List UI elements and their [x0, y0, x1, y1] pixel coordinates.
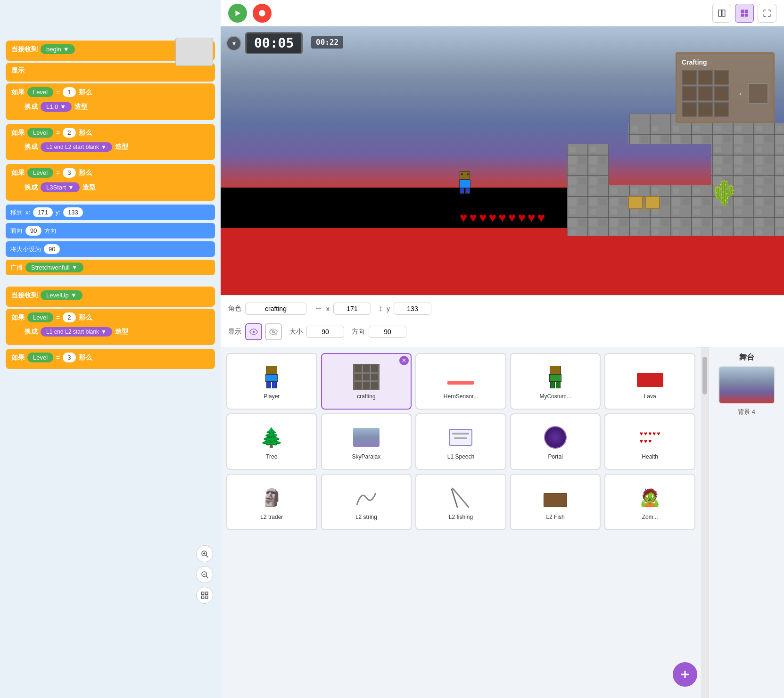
- in-game-crafting-panel: Crafting →: [676, 52, 775, 123]
- val-lu3[interactable]: 3: [63, 353, 75, 362]
- left-panel: 当接收到 begin ▼ 显示 如果 Level = 1 那么: [0, 0, 221, 698]
- y-field: ↕ y: [379, 303, 431, 315]
- stage-thumbnail[interactable]: [718, 366, 775, 404]
- sprite-item-skyparalax[interactable]: SkyParalax: [321, 413, 412, 470]
- sprite-item-l2trader[interactable]: 🗿 L2 trader: [226, 474, 317, 530]
- l1speech-thumb: [446, 423, 475, 452]
- game-area: 🌵 ▾ 00:05 00:22 Crafting: [221, 26, 784, 295]
- stop-button[interactable]: [253, 4, 272, 23]
- scrollbar-thumb[interactable]: [702, 357, 707, 394]
- costume-l10[interactable]: L1,0 ▼: [41, 102, 72, 112]
- costume-lu-l1end[interactable]: L1 end L2 start blank ▼: [41, 327, 112, 337]
- crafting-grid: →: [682, 70, 768, 117]
- levelup-value[interactable]: LevelUp ▼: [41, 290, 83, 300]
- direction-input[interactable]: [369, 326, 406, 338]
- begin-value[interactable]: begin ▼: [41, 44, 75, 54]
- x-val[interactable]: 171: [33, 207, 53, 217]
- sprite-item-tree[interactable]: 🌲 Tree: [226, 413, 317, 470]
- sprite-name-input[interactable]: [245, 303, 306, 315]
- zoom-out-btn[interactable]: [196, 566, 213, 583]
- sprite-item-l1speech[interactable]: L1 Speech: [415, 413, 506, 470]
- block-size[interactable]: 将大小设为 90: [6, 241, 215, 257]
- sprite-item-lava[interactable]: Lava: [604, 353, 695, 410]
- sprite-item-l2fish[interactable]: L2 Fish: [510, 474, 601, 530]
- show-btn[interactable]: [245, 323, 262, 340]
- val-1[interactable]: 1: [63, 87, 75, 97]
- heart-6: ♥: [508, 210, 516, 225]
- herosensor-thumb: [446, 363, 475, 391]
- zoom-in-btn[interactable]: [196, 545, 213, 562]
- layout-btn-2[interactable]: [735, 4, 754, 23]
- l2string-name: L2 string: [355, 514, 377, 520]
- hide-btn[interactable]: [265, 323, 282, 340]
- face-dir-val[interactable]: 90: [25, 226, 41, 236]
- sprite-item-zombie[interactable]: 🧟 Zom...: [604, 474, 695, 530]
- player-legs: [457, 188, 472, 194]
- delete-crafting-btn[interactable]: ✕: [399, 356, 409, 365]
- block-if-levelup-3[interactable]: 如果 Level = 3 那么: [6, 349, 215, 369]
- block-face[interactable]: 面向 90 方向: [6, 223, 215, 238]
- mycostume-thumb: [541, 363, 569, 391]
- size-val[interactable]: 90: [44, 244, 60, 254]
- l2trader-thumb: 🗿: [257, 484, 286, 512]
- block-broadcast[interactable]: 广播 Stretchwenfull ▼: [6, 260, 215, 275]
- level-pill-3[interactable]: Level: [27, 168, 53, 178]
- sprite-item-mycostume[interactable]: MyCostum...: [510, 353, 601, 410]
- sprite-item-player[interactable]: Player: [226, 353, 317, 410]
- block-move[interactable]: 移到 x: 171 y: 133: [6, 205, 215, 220]
- heart-5: ♥: [498, 210, 506, 225]
- timer-box: 00:05: [245, 32, 303, 54]
- block-receive-levelup[interactable]: 当接收到 LevelUp ▼: [6, 287, 215, 307]
- layout-btn-1[interactable]: [712, 4, 731, 23]
- l1speech-name: L1 Speech: [447, 453, 474, 460]
- level-pill-1[interactable]: Level: [27, 87, 53, 97]
- x-input[interactable]: [333, 303, 371, 315]
- block-group-levelup: 当接收到 LevelUp ▼ 如果 Level = 2 那么 换成: [6, 287, 215, 369]
- svg-marker-11: [236, 10, 241, 16]
- zombie-char: 🌵: [710, 179, 739, 206]
- l2fishing-thumb: [446, 484, 475, 512]
- level-pill-2[interactable]: Level: [27, 128, 53, 138]
- sprite-item-portal[interactable]: Portal: [510, 413, 601, 470]
- health-name: Health: [642, 453, 658, 460]
- stage-bg-label: 背景 4: [738, 408, 755, 416]
- right-panel: 🌵 ▾ 00:05 00:22 Crafting: [221, 0, 784, 698]
- sprites-scrollbar[interactable]: [701, 347, 709, 698]
- sprite-item-herosensor[interactable]: HeroSensor...: [415, 353, 506, 410]
- broadcast-val[interactable]: Stretchwenfull ▼: [25, 263, 83, 272]
- costume-l3start[interactable]: L3Start ▼: [41, 182, 80, 192]
- sprite-item-crafting[interactable]: ✕ crafting: [321, 353, 412, 410]
- sprite-item-health[interactable]: ♥ ♥ ♥ ♥ ♥ ♥ ♥ ♥ Health: [604, 413, 695, 470]
- portal-thumb: [541, 423, 569, 452]
- size-input[interactable]: [306, 326, 344, 338]
- fit-btn[interactable]: [196, 587, 213, 604]
- svg-line-5: [206, 576, 208, 578]
- y-input[interactable]: [394, 303, 431, 315]
- sprite-item-l2fishing[interactable]: L2 fishing: [415, 474, 506, 530]
- block-if-levelup-2[interactable]: 如果 Level = 2 那么 换成 L1 end L2 start blank…: [6, 309, 215, 345]
- val-2[interactable]: 2: [63, 128, 75, 138]
- play-button[interactable]: [228, 4, 247, 23]
- hay-bales: [628, 196, 660, 209]
- show-label-prop: 显示: [228, 328, 241, 336]
- add-sprite-btn[interactable]: [673, 662, 697, 687]
- fullscreen-btn[interactable]: [758, 4, 776, 23]
- val-3[interactable]: 3: [63, 168, 75, 178]
- svg-rect-8: [206, 592, 208, 594]
- val-lu2[interactable]: 2: [63, 312, 75, 322]
- size-label-prop: 大小: [289, 328, 303, 336]
- stage-label: 舞台: [739, 353, 754, 362]
- block-group-begin: 当接收到 begin ▼ 显示 如果 Level = 1 那么: [6, 41, 215, 275]
- level-pill-lu3[interactable]: Level: [27, 353, 53, 362]
- y-val[interactable]: 133: [63, 207, 83, 217]
- stone-blocks-svg: [567, 114, 784, 236]
- block-if-2[interactable]: 如果 Level = 2 那么 换成 L1 end L2 start blank…: [6, 124, 215, 160]
- level-pill-lu2[interactable]: Level: [27, 312, 53, 322]
- zoom-controls: [196, 545, 213, 604]
- costume-l1end[interactable]: L1 end L2 start blank ▼: [41, 142, 112, 152]
- heart-3: ♥: [479, 210, 487, 225]
- top-toolbar: [221, 0, 784, 26]
- block-if-1[interactable]: 如果 Level = 1 那么 换成 L1,0 ▼ 造型: [6, 83, 215, 120]
- block-if-3[interactable]: 如果 Level = 3 那么 换成 L3Start ▼ 造型: [6, 164, 215, 201]
- sprite-item-l2string[interactable]: L2 string: [321, 474, 412, 530]
